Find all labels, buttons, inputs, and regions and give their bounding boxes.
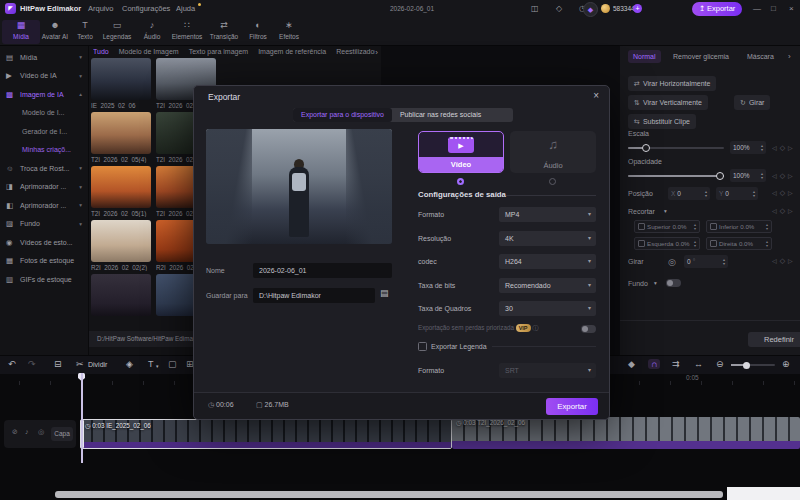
export-button-top[interactable]: ↥ Exportar <box>692 2 742 16</box>
user-avatar[interactable]: ◆ <box>583 2 598 17</box>
flip-vertical-button[interactable]: ⇅Virar Verticalmente <box>628 95 708 110</box>
menu-arquivo[interactable]: Arquivo <box>88 4 113 13</box>
format-dropdown[interactable]: MP4▾ <box>499 207 596 222</box>
subtab-mascara[interactable]: Máscara <box>742 50 779 63</box>
keyframe-tool-icon[interactable]: ◆ <box>628 359 635 369</box>
reset-button[interactable]: Redefinir <box>748 332 800 347</box>
minimize-button[interactable]: — <box>753 4 761 13</box>
sidebar-item-modelo-imagem[interactable]: Modelo de I... <box>0 104 88 123</box>
slider-knob[interactable] <box>716 172 724 180</box>
sidebar-item-minhas-criacoes[interactable]: Minhas criaçõ... <box>0 141 88 160</box>
magnet-snap-icon[interactable]: ∩ <box>648 359 660 369</box>
position-keyframe-controls[interactable]: ◁◇▷ <box>772 189 796 197</box>
layout-icon[interactable]: ◫ <box>531 4 539 13</box>
rotation-value[interactable]: 0°▴▾ <box>684 255 728 268</box>
subtitle-checkbox[interactable] <box>418 342 427 351</box>
subtab-remover[interactable]: Remover glicemia <box>668 50 734 63</box>
sidebar-item-gerador-imagem[interactable]: Gerador de I... <box>0 122 88 141</box>
rotate-button[interactable]: ↻Girar <box>734 95 770 110</box>
checkbox[interactable] <box>638 240 645 247</box>
audio-radio[interactable] <box>549 178 556 185</box>
tab-legendas[interactable]: ▭Legendas <box>98 20 136 40</box>
framerate-dropdown[interactable]: 30▾ <box>499 301 596 316</box>
delete-icon[interactable]: ⊟ <box>54 359 62 369</box>
checkbox[interactable] <box>710 240 717 247</box>
add-coins-button[interactable]: + <box>633 4 642 13</box>
tabs-scroll-right-icon[interactable]: › <box>375 48 378 57</box>
sidebar-item-imagem-ia[interactable]: ▩Imagem de IA▴ <box>0 85 88 104</box>
flip-horizontal-button[interactable]: ⇄Virar Horizontalmente <box>628 76 716 91</box>
timeline-zoom-slider[interactable] <box>731 364 775 366</box>
timeline-horizontal-scrollbar[interactable] <box>55 491 723 498</box>
media-item[interactable]: T2I_2026_02_05(4) <box>91 112 151 163</box>
tab-transicao[interactable]: ⇄Transição <box>205 20 243 40</box>
rotation-dial-icon[interactable]: ◎ <box>668 257 676 267</box>
codec-dropdown[interactable]: H264▾ <box>499 254 596 269</box>
slider-knob[interactable] <box>743 362 750 369</box>
crop-top-field[interactable]: Superior0.0%▴▾ <box>634 220 700 233</box>
media-item[interactable]: T2I_2026_02_05(1) <box>91 166 151 217</box>
checkbox[interactable] <box>638 223 645 230</box>
subtab-normal[interactable]: Normal <box>628 50 661 63</box>
media-tab-referencia[interactable]: Imagem de referência <box>258 48 326 61</box>
dialog-close-icon[interactable]: × <box>593 90 599 101</box>
sidebar-item-troca-rosto[interactable]: ☺Troca de Rost...▾ <box>0 159 88 178</box>
menu-ajuda[interactable]: Ajuda <box>176 4 195 13</box>
tab-publish-social[interactable]: Publicar nas redes sociais <box>392 108 489 122</box>
opacity-keyframe-controls[interactable]: ◁◇▷ <box>772 172 796 180</box>
split-icon[interactable]: ✂ <box>76 359 84 369</box>
save-path-field[interactable]: D:\Hitpaw Edimakor <box>253 288 375 303</box>
zoom-out-icon[interactable]: ⊖ <box>716 359 724 369</box>
background-row-label[interactable]: Fundo <box>628 280 648 287</box>
browse-folder-icon[interactable]: ▤ <box>380 288 389 298</box>
scale-keyframe-controls[interactable]: ◁◇▷ <box>772 144 796 152</box>
menu-configuracoes[interactable]: Configurações <box>122 4 170 13</box>
cover-button[interactable]: Capa <box>51 427 73 441</box>
timeline-clip-2[interactable]: ◷ 0:03 T2I_2026_02_06 <box>452 417 800 449</box>
sidebar-item-gifs-estoque[interactable]: ▥GIFs de estoque <box>0 270 88 289</box>
export-confirm-button[interactable]: Exportar <box>546 398 598 415</box>
crop-tool-icon[interactable]: ▢ <box>168 359 177 369</box>
sidebar-item-aprimorador-video[interactable]: ◨Aprimorador ...▾ <box>0 178 88 197</box>
tab-midia[interactable]: ▦Mídia <box>2 20 40 44</box>
media-type-video-card[interactable]: ▶ Vídeo <box>418 131 504 173</box>
playhead[interactable] <box>81 373 83 463</box>
text-tool-icon[interactable]: T <box>148 359 154 369</box>
sidebar-item-video-ia[interactable]: ▶Vídeo de IA▾ <box>0 67 88 86</box>
track-visibility-icon[interactable]: ◎ <box>38 428 44 436</box>
track-lock-icon[interactable]: ⊘ <box>12 428 18 436</box>
timeline-clip-1[interactable]: ◷ 0:03 IE_2025_02_06 <box>80 419 452 449</box>
lossless-toggle[interactable] <box>581 325 596 333</box>
bitrate-dropdown[interactable]: Recomendado▾ <box>499 278 596 293</box>
media-type-audio-card[interactable]: ♫ Áudio <box>510 131 596 173</box>
media-item[interactable] <box>91 274 151 318</box>
tab-elementos[interactable]: ∷Elementos <box>168 20 206 40</box>
position-y-field[interactable]: Y0▴▾ <box>716 187 758 200</box>
video-radio[interactable] <box>457 178 464 185</box>
name-input[interactable] <box>253 263 392 278</box>
sidebar-item-aprimorador-imagem[interactable]: ◧Aprimorador ...▾ <box>0 196 88 215</box>
maximize-button[interactable]: □ <box>771 4 776 13</box>
position-x-field[interactable]: X0▴▾ <box>668 187 710 200</box>
tab-efeitos[interactable]: ∗Efeitos <box>270 20 308 40</box>
split-label[interactable]: Dividir <box>88 361 107 368</box>
media-item[interactable]: R2I_2026_02_02(2) <box>91 220 151 271</box>
crop-left-field[interactable]: Esquerda0.0%▴▾ <box>634 237 700 250</box>
scale-slider[interactable] <box>628 147 724 149</box>
text-tool-caret-icon[interactable]: ▾ <box>156 363 159 369</box>
background-toggle[interactable] <box>666 279 681 287</box>
marker-icon[interactable]: ◈ <box>126 359 133 369</box>
crop-keyframe-controls[interactable]: ◁◇▷ <box>772 207 796 215</box>
zoom-in-icon[interactable]: ⊕ <box>782 359 790 369</box>
feedback-icon[interactable]: ◇ <box>556 4 562 13</box>
sidebar-item-midia[interactable]: ▤Mídia▾ <box>0 48 88 67</box>
crop-right-field[interactable]: Direita0.0%▴▾ <box>706 237 772 250</box>
media-tab-reestilizador[interactable]: Reestilizador de ví <box>336 48 375 61</box>
sidebar-item-videos-estoque[interactable]: ◉Vídeos de esto... <box>0 233 88 252</box>
sidebar-item-fotos-estoque[interactable]: ▦Fotos de estoque <box>0 252 88 271</box>
scale-value[interactable]: 100%▴▾ <box>730 141 766 154</box>
tab-audio[interactable]: ♪Áudio <box>133 20 171 40</box>
opacity-slider[interactable] <box>628 175 724 177</box>
crop-bottom-field[interactable]: Inferior0.0%▴▾ <box>706 220 772 233</box>
sidebar-item-fundo[interactable]: ▨Fundo▾ <box>0 215 88 234</box>
